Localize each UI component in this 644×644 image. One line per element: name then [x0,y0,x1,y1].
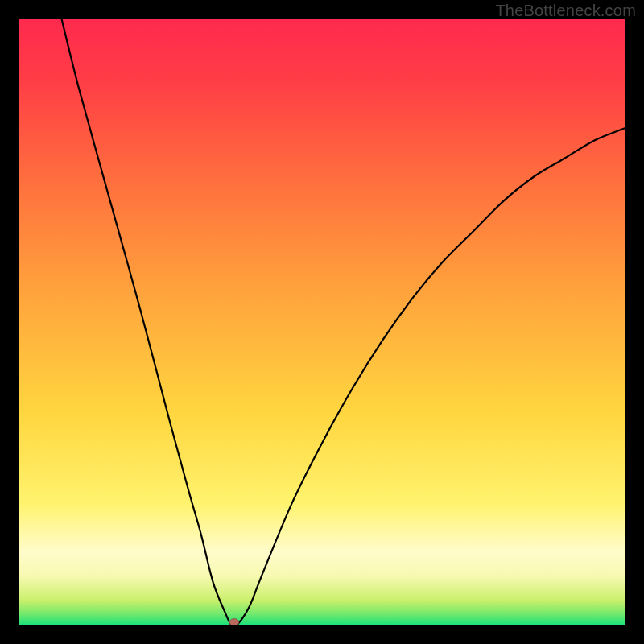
plot-area [19,19,625,625]
optimal-point-marker [229,619,239,625]
heat-background [19,19,625,625]
attribution-watermark: TheBottleneck.com [495,2,636,20]
chart-svg [19,19,625,625]
chart-frame: TheBottleneck.com [0,0,644,644]
